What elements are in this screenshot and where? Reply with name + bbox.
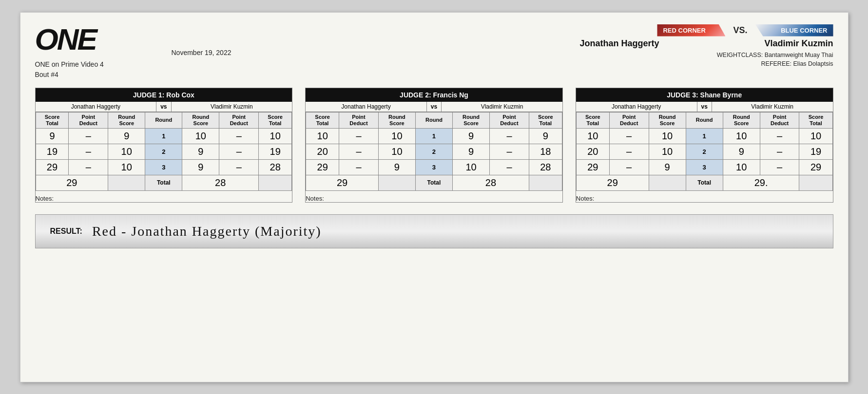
j3-h-score-total: ScoreTotal (576, 112, 609, 128)
j3-r2-rrs: 9 (723, 144, 760, 159)
judges-section: JUDGE 1: Rob Cox Jonathan Haggerty vs Vl… (35, 88, 833, 203)
j2-total-label (378, 175, 415, 190)
j2-total-right: 28 (453, 175, 529, 190)
event-info: ONE on Prime Video 4 Bout #4 (35, 59, 142, 80)
j1-r1-ls: 9 (36, 128, 69, 144)
judge-3-table: ScoreTotal PointDeduct RoundScore Round … (576, 112, 833, 191)
j3-row-1: 10 – 10 1 10 – 10 (576, 128, 832, 144)
j3-r3-rd: – (760, 159, 799, 175)
j2-r3-rst: 28 (529, 159, 562, 175)
judge-1-fighter-right: Vladimir Kuzmin (172, 102, 292, 112)
j3-r3-round: 3 (686, 159, 723, 175)
j1-h-point-deduct: PointDeduct (69, 112, 108, 128)
j3-r2-lrs: 10 (649, 144, 686, 159)
j2-r1-rd: – (490, 128, 529, 144)
j3-r2-ld: – (609, 144, 649, 159)
j1-total-label3 (259, 175, 292, 190)
j3-total-label2: Total (686, 175, 723, 190)
scorecard: ONE ONE on Prime Video 4 Bout #4 Novembe… (20, 12, 849, 382)
j2-h-round: Round (415, 112, 452, 128)
j1-r1-round: 1 (145, 128, 182, 144)
j3-total-label (649, 175, 686, 190)
j2-r3-rd: – (490, 159, 529, 175)
event-date: November 19, 2022 (172, 49, 231, 56)
j3-h-round: Round (686, 112, 723, 128)
j1-r1-rrs: 10 (182, 128, 219, 144)
j2-row-3: 29 – 9 3 10 – 28 (306, 159, 562, 175)
j1-row-2: 19 – 10 2 9 – 19 (36, 144, 292, 159)
j1-h-round-score-r: RoundScore (182, 112, 219, 128)
judge-1-vs: vs (156, 102, 171, 112)
judge-1-card: JUDGE 1: Rob Cox Jonathan Haggerty vs Vl… (35, 88, 293, 203)
weight-info: WEIGHTCLASS: Bantamweight Muay Thai REFE… (717, 51, 833, 69)
j2-h-round-score-r: RoundScore (453, 112, 490, 128)
j1-h-round-score: RoundScore (108, 112, 145, 128)
j2-total-row: 29 Total 28 (306, 175, 562, 190)
j2-r3-ld: – (339, 159, 379, 175)
j3-r2-rd: – (760, 144, 799, 159)
j3-r2-ls: 20 (576, 144, 609, 159)
j1-total-left: 29 (36, 175, 108, 190)
j3-r3-rst: 29 (799, 159, 832, 175)
j3-total-row: 29 Total 29. (576, 175, 832, 190)
j1-r2-round: 2 (145, 144, 182, 159)
j1-r3-rd: – (219, 159, 259, 175)
corners-row: RED CORNER VS. BLUE CORNER (657, 24, 833, 37)
j1-row-3: 29 – 10 3 9 – 28 (36, 159, 292, 175)
j3-r1-ld: – (609, 128, 649, 144)
judge-3-vs: vs (697, 102, 712, 112)
j1-r3-round: 3 (145, 159, 182, 175)
j2-r3-lrs: 9 (378, 159, 415, 175)
j2-total-left: 29 (306, 175, 379, 190)
j3-total-label3 (799, 175, 832, 190)
j2-r2-ls: 20 (306, 144, 339, 159)
referee: REFEREE: Elias Dolaptsis (717, 59, 833, 69)
judge-2-fighter-left: Jonathan Haggerty (306, 102, 427, 112)
j2-h-score-total: ScoreTotal (306, 112, 339, 128)
j1-r3-rst: 28 (259, 159, 292, 175)
judge-1-title: JUDGE 1: Rob Cox (36, 88, 292, 102)
j3-h-round-score-r: RoundScore (723, 112, 760, 128)
judge-1-fighter-left: Jonathan Haggerty (36, 102, 157, 112)
judge-3-card: JUDGE 3: Shane Byrne Jonathan Haggerty v… (576, 88, 833, 203)
judge-3-fighter-left: Jonathan Haggerty (576, 102, 697, 112)
j1-total-label (108, 175, 145, 190)
j2-r2-round: 2 (415, 144, 452, 159)
j3-h-score-total-r: ScoreTotal (799, 112, 832, 128)
j3-total-left: 29 (576, 175, 649, 190)
j2-r2-rrs: 9 (453, 144, 490, 159)
j3-r3-lrs: 9 (649, 159, 686, 175)
date-section: November 19, 2022 (142, 24, 231, 56)
j2-r2-rst: 18 (529, 144, 562, 159)
j1-h-score-total: ScoreTotal (36, 112, 69, 128)
j1-r1-rst: 10 (259, 128, 292, 144)
j1-r3-ls: 29 (36, 159, 69, 175)
header: ONE ONE on Prime Video 4 Bout #4 Novembe… (35, 24, 833, 80)
j3-row-2: 20 – 10 2 9 – 19 (576, 144, 832, 159)
j3-r3-rrs: 10 (723, 159, 760, 175)
j1-r3-lrs: 10 (108, 159, 145, 175)
j1-r2-rrs: 9 (182, 144, 219, 159)
judge-2-table: ScoreTotal PointDeduct RoundScore Round … (306, 112, 562, 191)
j3-r1-round: 1 (686, 128, 723, 144)
j2-r1-ld: – (339, 128, 379, 144)
red-corner-badge: RED CORNER (657, 24, 725, 37)
j1-r2-rst: 19 (259, 144, 292, 159)
j1-r2-lrs: 10 (108, 144, 145, 159)
j3-r3-ld: – (609, 159, 649, 175)
j1-r1-ld: – (69, 128, 108, 144)
judge-1-fighter-row: Jonathan Haggerty vs Vladimir Kuzmin (36, 102, 292, 112)
j1-total-row: 29 Total 28 (36, 175, 292, 190)
weightclass: WEIGHTCLASS: Bantamweight Muay Thai (717, 51, 833, 60)
blue-corner-badge: BLUE CORNER (755, 24, 833, 37)
j2-r3-ls: 29 (306, 159, 339, 175)
j2-total-label2: Total (415, 175, 452, 190)
j3-h-point-deduct-r: PointDeduct (760, 112, 799, 128)
judge-2-title: JUDGE 2: Francis Ng (306, 88, 562, 102)
j2-h-score-total-r: ScoreTotal (529, 112, 562, 128)
j3-r3-ls: 29 (576, 159, 609, 175)
j3-h-point-deduct: PointDeduct (609, 112, 649, 128)
red-fighter-name: Jonathan Haggerty (580, 38, 687, 49)
j1-r3-ld: – (69, 159, 108, 175)
j2-r3-rrs: 10 (453, 159, 490, 175)
